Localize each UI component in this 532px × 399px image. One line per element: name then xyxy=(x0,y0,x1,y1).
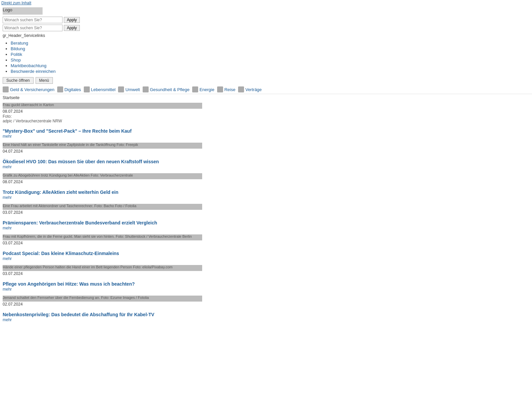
article-title[interactable]: Podcast Special: Das kleine Klimaschutz-… xyxy=(3,251,119,256)
skip-link[interactable]: Direkt zum Inhalt xyxy=(0,0,532,6)
article-image[interactable]: Eine Frau arbeitet mit Aktenordner und T… xyxy=(3,204,202,210)
service-link[interactable]: Beschwerde einreichen xyxy=(11,69,56,74)
article-title[interactable]: "Mystery-Box" und "Secret-Pack" – Ihre R… xyxy=(3,128,132,134)
main-nav: Geld & VersicherungenDigitalesLebensmitt… xyxy=(0,85,532,94)
article-image[interactable]: Jemand schaltet den Fernseher über die F… xyxy=(3,296,202,302)
article-date: 03.07.2024 xyxy=(3,210,529,215)
nav-item-reise-icon[interactable]: Reise xyxy=(217,86,235,92)
mehr-link[interactable]: mehr xyxy=(3,287,529,292)
nav-item-umwelt-icon[interactable]: Umwelt xyxy=(118,86,140,92)
nav-item-label: Verträge xyxy=(245,87,262,92)
article-title[interactable]: Prämiensparen: Verbraucherzentrale Bunde… xyxy=(3,220,157,225)
mehr-link[interactable]: mehr xyxy=(3,134,529,139)
article-title[interactable]: Ökodiesel HVO 100: Das müssen Sie über d… xyxy=(3,159,159,164)
search-input-2[interactable] xyxy=(3,25,63,31)
breadcrumb: Startseite xyxy=(0,94,532,101)
article-item: Grafik zu Abogebühren trotz Kündigung be… xyxy=(3,173,529,200)
lebensmittel-icon xyxy=(84,86,90,92)
nav-item-vertraege-icon[interactable]: Verträge xyxy=(238,86,262,92)
logo-area: Logo xyxy=(0,6,532,16)
nav-item-energie-icon[interactable]: Energie xyxy=(192,86,214,92)
mehr-link[interactable]: mehr xyxy=(3,256,529,261)
foto-credit: Foto: xyxy=(3,114,529,119)
mehr-link[interactable]: mehr xyxy=(3,318,529,322)
energie-icon xyxy=(192,86,198,92)
mehr-link[interactable]: mehr xyxy=(3,165,529,169)
search-bar-2: Apply xyxy=(0,24,532,32)
article-item: Frau guckt überrascht in Karton08.07.202… xyxy=(3,103,529,139)
suche-offnen-button[interactable]: Suche öffnen xyxy=(3,77,34,84)
menu-button[interactable]: Menü xyxy=(36,77,53,84)
nav-item-label: Umwelt xyxy=(125,87,140,92)
foto-author: adpic / Verbraucherzentrale NRW xyxy=(3,119,529,123)
article-image[interactable]: Hände einer pflegenden Person halten die… xyxy=(3,265,202,271)
vertraege-icon xyxy=(238,86,244,92)
article-date: 03.07.2024 xyxy=(3,271,529,276)
article-date: 02.07.2024 xyxy=(3,302,529,307)
search-apply-button-1[interactable]: Apply xyxy=(64,17,80,23)
article-date: 03.07.2024 xyxy=(3,241,529,245)
service-link[interactable]: Politik xyxy=(11,52,22,57)
service-links: BeratungBildungPolitikShopMarktbeobachtu… xyxy=(0,39,532,76)
gesundheit-icon xyxy=(143,86,149,92)
mehr-link[interactable]: mehr xyxy=(3,195,529,200)
search-bar-1: Apply xyxy=(0,16,532,24)
article-item: Eine Hand hält an einer Tankstelle eine … xyxy=(3,143,529,169)
nav-buttons: Suche öffnen Menü xyxy=(0,76,532,85)
article-item: Jemand schaltet den Fernseher über die F… xyxy=(3,296,529,322)
nav-item-label: Digitales xyxy=(65,87,81,92)
nav-item-geld-icon[interactable]: Geld & Versicherungen xyxy=(3,86,55,92)
article-image[interactable]: Grafik zu Abogebühren trotz Kündigung be… xyxy=(3,173,202,179)
nav-item-label: Lebensmittel xyxy=(91,87,116,92)
service-link[interactable]: Beratung xyxy=(11,41,28,46)
service-link[interactable]: Marktbeobachtung xyxy=(11,63,47,68)
logo: Logo xyxy=(3,7,43,15)
umwelt-icon xyxy=(118,86,124,92)
service-link[interactable]: Shop xyxy=(11,58,21,63)
article-image[interactable]: Frau mit Kopfhörern, die in die Ferne gu… xyxy=(3,234,202,240)
article-image[interactable]: Frau guckt überrascht in Karton xyxy=(3,103,202,109)
header-servicelinks-label: gr_Header_Servicelinks xyxy=(0,32,532,39)
article-title[interactable]: Nebenkostenprivileg: Das bedeutet die Ab… xyxy=(3,312,154,317)
nav-item-label: Reise xyxy=(224,87,235,92)
service-link[interactable]: Bildung xyxy=(11,46,25,51)
article-date: 04.07.2024 xyxy=(3,149,529,154)
article-title[interactable]: Trotz Kündigung: AlleAktien zieht weiter… xyxy=(3,190,118,195)
search-apply-button-2[interactable]: Apply xyxy=(64,25,80,31)
article-list: Frau guckt überrascht in Karton08.07.202… xyxy=(0,101,532,328)
reise-icon xyxy=(217,86,223,92)
nav-item-label: Gesundheit & Pflege xyxy=(150,87,190,92)
geld-icon xyxy=(3,86,9,92)
article-date: 08.07.2024 xyxy=(3,109,529,114)
nav-item-label: Geld & Versicherungen xyxy=(10,87,55,92)
digitales-icon xyxy=(57,86,63,92)
article-title[interactable]: Pflege von Angehörigen bei Hitze: Was mu… xyxy=(3,281,135,287)
search-input-1[interactable] xyxy=(3,17,63,23)
article-date: 08.07.2024 xyxy=(3,180,529,184)
article-item: Frau mit Kopfhörern, die in die Ferne gu… xyxy=(3,234,529,261)
nav-item-digitales-icon[interactable]: Digitales xyxy=(57,86,81,92)
article-item: Hände einer pflegenden Person halten die… xyxy=(3,265,529,292)
article-item: Eine Frau arbeitet mit Aktenordner und T… xyxy=(3,204,529,230)
article-image[interactable]: Eine Hand hält an einer Tankstelle eine … xyxy=(3,143,202,149)
mehr-link[interactable]: mehr xyxy=(3,226,529,230)
nav-item-label: Energie xyxy=(200,87,214,92)
nav-item-gesundheit-icon[interactable]: Gesundheit & Pflege xyxy=(143,86,190,92)
nav-item-lebensmittel-icon[interactable]: Lebensmittel xyxy=(84,86,116,92)
